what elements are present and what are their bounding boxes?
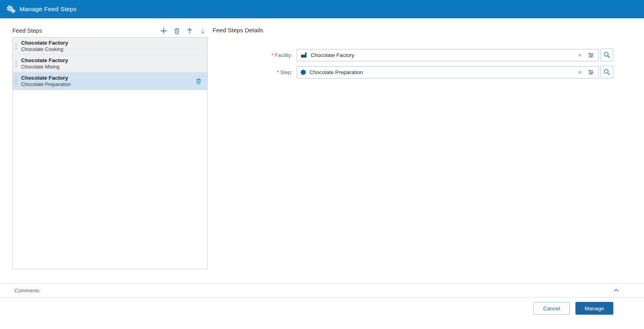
feed-steps-header: Feed Steps: [12, 24, 208, 36]
list-item-text: Chocolate Factory Chocolate Mixing: [21, 57, 68, 70]
manage-feed-steps-window: Manage Feed Steps Feed Steps: [0, 0, 644, 329]
item-subtitle: Chocolate Mixing: [21, 64, 68, 70]
facility-input[interactable]: Chocolate Factory ×: [297, 49, 599, 61]
feed-steps-list: Chocolate Factory Chocolate Cooking Choc…: [12, 37, 208, 269]
arrow-up-icon: [186, 27, 193, 35]
list-item-selected[interactable]: Chocolate Factory Chocolate Preparation: [13, 72, 207, 90]
factory-icon: [301, 52, 307, 58]
step-input[interactable]: Chocolate Preparation ×: [297, 66, 599, 78]
comments-label: Comments:: [14, 288, 41, 294]
arrow-down-icon: [199, 27, 206, 35]
feed-steps-title: Feed Steps: [12, 27, 42, 36]
cancel-button[interactable]: Cancel: [533, 302, 570, 315]
step-label: *Step:: [223, 69, 292, 75]
facility-label-text: Facility:: [275, 52, 292, 58]
item-subtitle: Chocolate Cooking: [21, 46, 68, 53]
clear-icon[interactable]: ×: [577, 69, 583, 76]
step-search-button[interactable]: [601, 66, 613, 78]
drag-handle-icon[interactable]: [16, 61, 17, 67]
browse-list-icon[interactable]: [588, 52, 595, 58]
magnifier-icon: [603, 69, 611, 76]
clear-icon[interactable]: ×: [577, 52, 583, 59]
collapse-comments-button[interactable]: [612, 288, 620, 293]
list-item-text: Chocolate Factory Chocolate Preparation: [21, 74, 71, 88]
plus-icon: [160, 27, 167, 35]
details-panel-title: Feed Steps Details: [213, 27, 263, 33]
circle-icon: [301, 70, 306, 75]
step-field-row: *Step: Chocolate Preparation ×: [223, 66, 613, 78]
trash-icon: [174, 27, 180, 35]
required-asterisk: *: [272, 52, 274, 58]
delete-step-button[interactable]: [173, 27, 180, 35]
trash-icon: [196, 78, 201, 84]
item-title: Chocolate Factory: [21, 57, 68, 64]
facility-field-row: *Facility: Chocolate Factory ×: [223, 49, 613, 61]
window-title: Manage Feed Steps: [20, 6, 77, 13]
add-step-button[interactable]: [160, 27, 168, 35]
titlebar: Manage Feed Steps: [0, 0, 644, 18]
drag-handle-icon[interactable]: [16, 43, 17, 49]
chevron-up-icon: [613, 288, 619, 292]
row-delete-button[interactable]: [196, 78, 201, 84]
gears-icon: [6, 5, 16, 14]
move-up-button[interactable]: [186, 27, 193, 35]
item-title: Chocolate Factory: [21, 39, 68, 46]
manage-button[interactable]: Manage: [575, 302, 613, 315]
feed-steps-toolbar: [160, 27, 208, 36]
drag-handle-icon[interactable]: [16, 78, 17, 84]
magnifier-icon: [603, 51, 611, 59]
list-item[interactable]: Chocolate Factory Chocolate Mixing: [13, 55, 207, 72]
item-subtitle: Chocolate Preparation: [21, 81, 71, 88]
step-label-text: Step:: [280, 69, 292, 75]
list-item[interactable]: Chocolate Factory Chocolate Cooking: [13, 37, 207, 55]
required-asterisk: *: [277, 69, 279, 75]
comments-bar: Comments:: [0, 283, 644, 298]
step-value: Chocolate Preparation: [309, 69, 573, 75]
facility-search-button[interactable]: [601, 49, 613, 61]
list-item-text: Chocolate Factory Chocolate Cooking: [21, 39, 68, 53]
browse-list-icon[interactable]: [588, 69, 595, 75]
facility-value: Chocolate Factory: [311, 52, 573, 58]
move-down-button[interactable]: [199, 27, 207, 35]
facility-label: *Facility:: [223, 52, 292, 58]
item-title: Chocolate Factory: [21, 74, 71, 81]
